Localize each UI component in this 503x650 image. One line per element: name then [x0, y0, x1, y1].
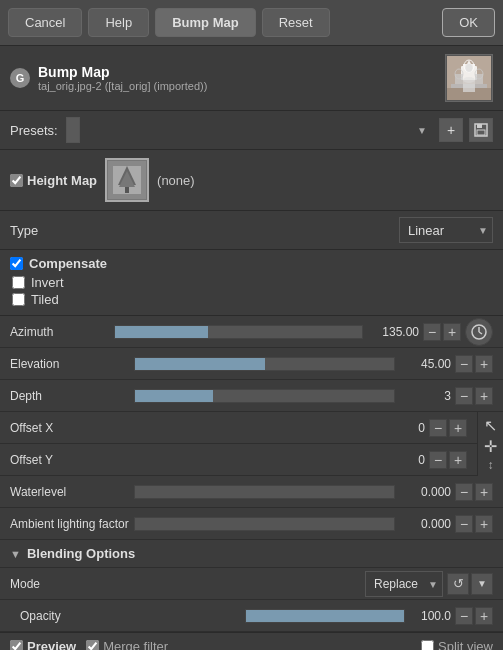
footer: Preview Merge filter Split view [0, 632, 503, 650]
top-toolbar: Cancel Help Bump Map Reset OK [0, 0, 503, 46]
ambient-row: Ambient lighting factor 0.000 − + [0, 508, 503, 540]
azimuth-minus-button[interactable]: − [423, 323, 441, 341]
offset-y-label: Offset Y [10, 453, 395, 467]
offset-x-label: Offset X [10, 421, 395, 435]
compensate-label: Compensate [29, 256, 107, 271]
elevation-label: Elevation [10, 357, 130, 371]
preview-checkbox-label[interactable]: Preview [10, 639, 76, 650]
azimuth-label: Azimuth [10, 325, 110, 339]
preview-label: Preview [27, 639, 76, 650]
dialog-subtitle: taj_orig.jpg-2 ([taj_orig] (imported)) [38, 80, 445, 92]
image-thumbnail [445, 54, 493, 102]
presets-row: Presets: + [0, 111, 503, 150]
cursor-icon[interactable]: ↖ [484, 416, 497, 435]
invert-row: Invert [10, 275, 493, 290]
ambient-slider[interactable] [134, 517, 395, 531]
height-map-checkbox-label[interactable]: Height Map [10, 173, 97, 188]
ambient-plus-button[interactable]: + [475, 515, 493, 533]
options-section: Compensate Invert Tiled [0, 250, 503, 316]
ok-button[interactable]: OK [442, 8, 495, 37]
azimuth-value: 135.00 [367, 325, 419, 339]
elevation-plus-button[interactable]: + [475, 355, 493, 373]
waterlevel-plus-button[interactable]: + [475, 483, 493, 501]
ambient-value: 0.000 [399, 517, 451, 531]
bump-map-button[interactable]: Bump Map [155, 8, 255, 37]
presets-select-wrapper [66, 117, 433, 143]
opacity-plus-button[interactable]: + [475, 607, 493, 625]
azimuth-row: Azimuth 135.00 − + [0, 316, 503, 348]
ambient-minus-button[interactable]: − [455, 515, 473, 533]
height-map-label: Height Map [27, 173, 97, 188]
compensate-row: Compensate [10, 256, 493, 271]
presets-label: Presets: [10, 123, 60, 138]
type-select[interactable]: Linear Spherical Sinusoidal [399, 217, 493, 243]
depth-slider[interactable] [134, 389, 395, 403]
elevation-slider[interactable] [134, 357, 395, 371]
svg-rect-16 [477, 130, 485, 135]
blend-mode-select-wrapper: Replace Normal Dissolve Multiply [365, 571, 443, 597]
offset-fields: Offset X 0 − + Offset Y 0 − + [0, 412, 477, 476]
azimuth-plus-button[interactable]: + [443, 323, 461, 341]
blending-options-header: ▼ Blending Options [0, 540, 503, 568]
plugin-icon: G [10, 68, 30, 88]
elevation-row: Elevation 45.00 − + [0, 348, 503, 380]
arrow-down-icon[interactable]: ↕ [488, 458, 494, 472]
blend-collapse-icon[interactable]: ▼ [10, 548, 21, 560]
move-icon[interactable]: ✛ [484, 437, 497, 456]
split-view-row: Split view [421, 639, 493, 650]
merge-filter-row: Merge filter [86, 639, 168, 650]
invert-label: Invert [31, 275, 64, 290]
waterlevel-row: Waterlevel 0.000 − + [0, 476, 503, 508]
blend-reset-button[interactable]: ↺ [447, 573, 469, 595]
offset-y-value: 0 [395, 453, 425, 467]
offset-y-plus-button[interactable]: + [449, 451, 467, 469]
split-view-checkbox[interactable] [421, 640, 434, 650]
preview-checkbox[interactable] [10, 640, 23, 650]
offset-group: Offset X 0 − + Offset Y 0 − + ↖ ✛ ↕ [0, 412, 503, 476]
height-map-row: Height Map (none) [0, 150, 503, 211]
ambient-label: Ambient lighting factor [10, 517, 130, 531]
waterlevel-slider[interactable] [134, 485, 395, 499]
help-button[interactable]: Help [88, 8, 149, 37]
azimuth-fill [115, 326, 208, 338]
svg-rect-15 [477, 124, 482, 128]
merge-filter-checkbox[interactable] [86, 640, 99, 650]
header-text: Bump Map taj_orig.jpg-2 ([taj_orig] (imp… [38, 64, 445, 92]
svg-point-13 [463, 77, 475, 83]
offset-controls: ↖ ✛ ↕ [477, 412, 503, 476]
cancel-button[interactable]: Cancel [8, 8, 82, 37]
azimuth-clock-button[interactable] [465, 318, 493, 346]
preset-add-button[interactable]: + [439, 118, 463, 142]
azimuth-slider[interactable] [114, 325, 363, 339]
presets-select[interactable] [66, 117, 80, 143]
depth-plus-button[interactable]: + [475, 387, 493, 405]
type-label: Type [10, 223, 399, 238]
tiled-checkbox[interactable] [12, 293, 25, 306]
depth-minus-button[interactable]: − [455, 387, 473, 405]
header: G Bump Map taj_orig.jpg-2 ([taj_orig] (i… [0, 46, 503, 111]
height-map-checkbox[interactable] [10, 174, 23, 187]
preset-save-button[interactable] [469, 118, 493, 142]
elevation-fill [135, 358, 265, 370]
blend-mode-select[interactable]: Replace Normal Dissolve Multiply [365, 571, 443, 597]
opacity-minus-button[interactable]: − [455, 607, 473, 625]
offset-y-minus-button[interactable]: − [429, 451, 447, 469]
waterlevel-minus-button[interactable]: − [455, 483, 473, 501]
blend-mode-label: Mode [10, 577, 365, 591]
depth-fill [135, 390, 213, 402]
reset-button[interactable]: Reset [262, 8, 330, 37]
invert-checkbox[interactable] [12, 276, 25, 289]
blend-combo-button[interactable]: ▼ [471, 573, 493, 595]
elevation-minus-button[interactable]: − [455, 355, 473, 373]
offset-x-row: Offset X 0 − + [0, 412, 477, 444]
depth-value: 3 [399, 389, 451, 403]
offset-x-minus-button[interactable]: − [429, 419, 447, 437]
compensate-checkbox[interactable] [10, 257, 23, 270]
offset-x-plus-button[interactable]: + [449, 419, 467, 437]
tiled-row: Tiled [10, 292, 493, 307]
height-map-thumbnail[interactable] [105, 158, 149, 202]
type-row: Type Linear Spherical Sinusoidal [0, 211, 503, 250]
depth-label: Depth [10, 389, 130, 403]
offset-x-value: 0 [395, 421, 425, 435]
opacity-slider[interactable] [245, 609, 405, 623]
